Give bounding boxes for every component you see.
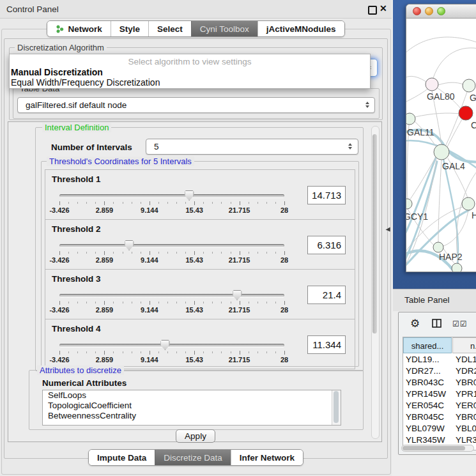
- gear-icon[interactable]: ⚙: [410, 317, 420, 330]
- number-of-intervals-combobox[interactable]: 5: [146, 139, 358, 155]
- threshold-panel-threshold-3: Threshold 3-3.4262.8599.14415.4321.71528…: [45, 269, 355, 319]
- slider-thumb[interactable]: [125, 240, 134, 250]
- threshold-value-field[interactable]: 21.4: [307, 286, 346, 304]
- tick-mark: [104, 251, 105, 255]
- list-scrollbar-thumb[interactable]: [334, 391, 339, 423]
- table-rows: YDL19...YDL1YDR27...YDR2YBR043CYBR0YPR14…: [403, 354, 476, 450]
- network-node-label: GA: [470, 93, 476, 103]
- tick-mark: [231, 252, 231, 254]
- tick-mark: [231, 302, 231, 303]
- bottom-tab-infer-network[interactable]: Infer Network: [231, 450, 303, 465]
- network-graph: GAL80GACGAL11GAL4GCY1HHAP2: [406, 19, 476, 272]
- tab-jactivemnodules[interactable]: jActiveMNodules: [257, 21, 344, 36]
- vertical-scrollbar[interactable]: [371, 126, 380, 439]
- threshold-value-field[interactable]: 6.316: [307, 236, 346, 254]
- slider-thumb[interactable]: [185, 190, 194, 201]
- bottom-tab-discretize-data[interactable]: Discretize Data: [155, 450, 231, 465]
- threshold-value-field[interactable]: 14.713: [307, 186, 346, 204]
- table-data-combobox[interactable]: galFiltered.sif default node: [17, 97, 375, 113]
- tick-mark: [141, 252, 141, 254]
- table-row[interactable]: YBL079WYBL0: [403, 423, 476, 434]
- slider-thumb[interactable]: [160, 340, 170, 350]
- tab-cyni-toolbox[interactable]: Cyni Toolbox: [191, 21, 257, 36]
- network-node-c[interactable]: [459, 106, 473, 120]
- attribute-item-betweennesscentrality[interactable]: BetweennessCentrality: [43, 411, 341, 421]
- tick-mark: [203, 302, 204, 303]
- threshold-slider[interactable]: -3.4262.8599.14415.4321.71528: [59, 339, 284, 367]
- tick-mark: [221, 351, 222, 353]
- threshold-slider[interactable]: -3.4262.8599.14415.4321.71528: [59, 239, 284, 267]
- minimize-window-icon[interactable]: [425, 7, 433, 15]
- threshold-value-field[interactable]: 11.344: [307, 335, 346, 354]
- float-window-icon[interactable]: [368, 6, 377, 15]
- vertical-scrollbar-thumb[interactable]: [372, 134, 377, 334]
- top-tab-bar: NetworkStyleSelectCyni ToolboxjActiveMNo…: [47, 20, 344, 37]
- table-row[interactable]: YER054CYER0: [403, 400, 476, 411]
- slider-thumb[interactable]: [233, 290, 242, 300]
- threshold-slider[interactable]: -3.4262.8599.14415.4321.71528: [59, 189, 284, 217]
- tick-mark: [141, 351, 141, 353]
- tick-label: 9.144: [141, 356, 158, 364]
- network-node-h[interactable]: [462, 197, 475, 210]
- tick-mark: [86, 202, 87, 204]
- tick-mark: [249, 202, 249, 204]
- combo-stepper-icon[interactable]: [348, 143, 352, 150]
- close-icon[interactable]: ✕: [380, 3, 387, 13]
- tick-mark: [167, 202, 168, 204]
- network-node-gal80[interactable]: [426, 78, 438, 91]
- network-node-gal4[interactable]: [434, 144, 449, 160]
- table-row[interactable]: YDR27...YDR2: [403, 365, 476, 377]
- network-window-titlebar: [406, 4, 476, 19]
- tick-mark: [257, 252, 258, 254]
- apply-button[interactable]: Apply: [176, 429, 215, 443]
- tick-label: -3.426: [49, 256, 69, 264]
- attribute-item-topologicalcoefficient[interactable]: TopologicalCoefficient: [43, 401, 341, 411]
- tick-label: 15.43: [185, 306, 203, 314]
- numerical-attributes-label: Numerical Attributes: [42, 378, 127, 388]
- cell-name: YPR1: [456, 388, 476, 400]
- dropdown-option-manual-discretization[interactable]: Manual Discretization: [11, 67, 369, 77]
- list-scrollbar[interactable]: [332, 390, 341, 425]
- table-row[interactable]: YPR145WYPR1: [403, 388, 476, 400]
- tick-label: 28: [280, 206, 288, 214]
- network-node-gcy1[interactable]: [406, 199, 412, 209]
- threshold-slider[interactable]: -3.4262.8599.14415.4321.71528: [59, 289, 284, 317]
- tick-mark: [266, 252, 267, 254]
- horizontal-scrollbar-thumb[interactable]: [403, 446, 465, 450]
- tab-select[interactable]: Select: [148, 21, 191, 36]
- network-node[interactable]: [452, 263, 462, 272]
- close-window-icon[interactable]: [413, 7, 421, 15]
- network-node-gal11[interactable]: [406, 113, 415, 125]
- table-row[interactable]: YBR045CYBR0: [403, 411, 476, 423]
- checked-box-icons[interactable]: ☑☑: [452, 319, 468, 328]
- cell-name: YBR0: [456, 411, 476, 423]
- network-node-hap2[interactable]: [433, 242, 443, 252]
- zoom-window-icon[interactable]: [437, 7, 445, 15]
- table-row[interactable]: YDL19...YDL1: [403, 354, 476, 365]
- slider-ticks: [59, 351, 284, 355]
- tick-mark: [266, 202, 267, 204]
- tick-mark: [275, 202, 276, 204]
- cell-shared-name: YBR045C: [406, 411, 444, 423]
- column-header[interactable]: n...: [452, 337, 476, 353]
- slider-tick-labels: -3.4262.8599.14415.4321.71528: [59, 256, 284, 265]
- horizontal-scrollbar[interactable]: [401, 445, 474, 452]
- column-header[interactable]: shared...: [403, 337, 452, 353]
- tick-label: 2.859: [96, 256, 114, 264]
- split-columns-icon[interactable]: [432, 319, 441, 330]
- slider-ticks: [59, 301, 284, 305]
- tab-network[interactable]: Network: [47, 21, 110, 36]
- attribute-item-selfloops[interactable]: SelfLoops: [43, 390, 341, 401]
- tick-mark: [123, 202, 123, 204]
- tab-style[interactable]: Style: [111, 21, 148, 36]
- bottom-tab-impute-data[interactable]: Impute Data: [89, 450, 155, 465]
- tick-label: 28: [280, 306, 288, 314]
- tick-label: 9.144: [141, 206, 158, 214]
- table-row[interactable]: YBR043CYBR0: [403, 377, 476, 388]
- network-node-ga[interactable]: [463, 79, 475, 92]
- network-canvas[interactable]: GAL80GACGAL11GAL4GCY1HHAP2: [406, 19, 476, 272]
- combo-stepper-icon[interactable]: [365, 102, 369, 108]
- tick-mark: [113, 351, 114, 353]
- dropdown-option-equal-width-frequency-discretization[interactable]: Equal Width/Frequency Discretization: [11, 77, 369, 88]
- slider-track: [59, 244, 284, 247]
